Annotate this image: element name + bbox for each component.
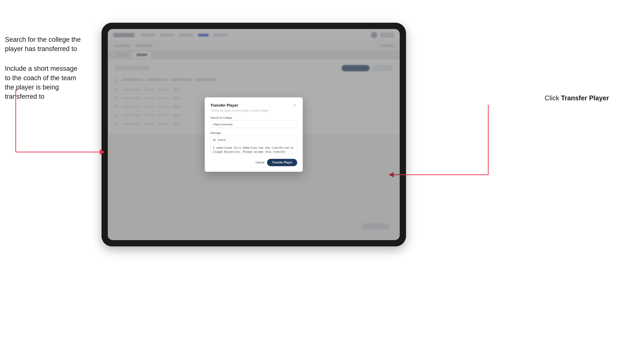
annotation-line1: Search for the college the <box>5 36 81 43</box>
message-textarea[interactable]: Hi Coach, I understand Chris Robertson h… <box>210 136 297 153</box>
modal-subtitle: Transfer the player and their profile to… <box>210 109 297 112</box>
modal-title: Transfer Player <box>210 103 238 108</box>
tablet-frame: Transfer Player ✕ Transfer the player an… <box>102 23 406 246</box>
transfer-player-modal: Transfer Player ✕ Transfer the player an… <box>205 97 303 172</box>
close-icon[interactable]: ✕ <box>292 103 297 108</box>
annotation-line5: the player is being <box>5 84 59 91</box>
modal-header: Transfer Player ✕ <box>210 103 297 108</box>
transfer-player-button[interactable]: Transfer Player <box>267 159 297 166</box>
annotation-left: Search for the college the player has tr… <box>5 35 96 101</box>
college-label: Search for College <box>210 116 297 119</box>
modal-footer: Cancel Transfer Player <box>210 159 297 166</box>
annotation-right: Click Transfer Player <box>545 94 609 102</box>
college-search-input[interactable] <box>210 121 297 128</box>
message-label: Message <box>210 131 297 134</box>
annotation-line6: transferred to <box>5 93 44 100</box>
modal-overlay: Transfer Player ✕ Transfer the player an… <box>108 29 400 240</box>
annotation-line2: player has transferred to <box>5 45 77 52</box>
cancel-button[interactable]: Cancel <box>256 161 264 164</box>
tablet-screen: Transfer Player ✕ Transfer the player an… <box>108 29 400 240</box>
annotation-line3: Include a short message <box>5 65 77 72</box>
annotation-line4: to the coach of the team <box>5 74 76 82</box>
